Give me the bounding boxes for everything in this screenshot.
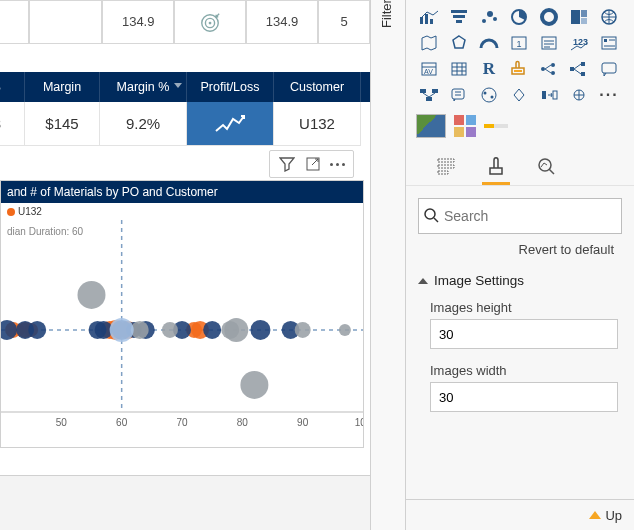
viz-shape-map-icon[interactable] [446,32,472,54]
images-width-input[interactable] [430,382,618,412]
x-tick-label: 60 [116,417,127,428]
more-options-icon[interactable] [330,155,345,173]
sort-desc-icon [174,83,182,88]
svg-rect-86 [432,89,438,93]
svg-point-26 [203,321,221,339]
custom-visuals-row [406,108,634,146]
chart-plot-area[interactable]: dian Duration: 60 5060708090100 [1,220,363,430]
custom-visual-swatch[interactable] [454,115,476,137]
viz-filled-map-icon[interactable] [416,32,442,54]
up-arrow-icon[interactable] [589,511,601,519]
svg-point-35 [295,322,311,338]
viz-treemap-icon[interactable] [566,6,592,28]
table-header[interactable]: Margin [25,72,100,102]
search-input[interactable] [442,200,621,232]
table-visual[interactable]: $ Margin Margin % Profit/Loss Customer 3… [0,72,370,146]
svg-rect-39 [425,14,428,24]
viz-decomposition-icon[interactable] [566,58,592,80]
viz-table-icon[interactable]: AV [416,58,442,80]
scatter-chart-visual[interactable]: and # of Materials by PO and Customer U1… [0,180,364,448]
viz-key-influencers-icon[interactable] [536,58,562,80]
svg-rect-102 [490,168,502,174]
format-tab[interactable] [482,150,510,185]
visualizations-gallery: 1 123 AV R ··· [406,0,634,108]
svg-rect-60 [602,37,616,49]
footer-label: Up [605,508,622,523]
svg-rect-49 [571,10,580,24]
viz-pie-icon[interactable] [506,6,532,28]
fields-tab[interactable] [432,150,460,185]
chart-legend[interactable]: U132 [1,203,363,220]
svg-line-82 [574,64,581,69]
table-header[interactable]: Customer [274,72,361,102]
viz-get-more-icon[interactable]: ··· [596,84,622,106]
viz-gauge-icon[interactable] [476,32,502,54]
viz-funnel-icon[interactable] [446,6,472,28]
viz-py-visual-icon[interactable] [506,58,532,80]
revert-to-default-link[interactable]: Revert to default [406,242,634,269]
svg-point-36 [339,324,351,336]
viz-qna-icon[interactable] [596,58,622,80]
viz-arcgis-icon[interactable] [476,84,502,106]
viz-slicer-icon[interactable] [596,32,622,54]
svg-line-89 [429,93,435,97]
viz-custom1-icon[interactable] [566,84,592,106]
svg-point-19 [28,321,46,339]
viz-paginated-icon[interactable] [446,84,472,106]
table-cell: $145 [25,102,100,146]
viz-matrix-icon[interactable] [446,58,472,80]
viz-powerapps-icon[interactable] [506,84,532,106]
svg-rect-84 [602,63,616,73]
svg-point-45 [487,11,493,17]
viz-multi-card-icon[interactable] [536,32,562,54]
viz-automate-icon[interactable] [536,84,562,106]
viz-narrative-icon[interactable] [416,84,442,106]
svg-rect-50 [581,10,587,17]
svg-point-76 [551,71,555,75]
viz-combo-chart-icon[interactable] [416,6,442,28]
section-image-settings[interactable]: Image Settings [406,269,634,296]
format-search[interactable] [418,198,622,234]
custom-visual-thumb[interactable] [416,114,446,138]
matrix-visual-top[interactable]: 134.9 134.9 5 [0,0,370,44]
x-tick-label: 50 [56,417,67,428]
svg-rect-61 [604,39,607,42]
svg-rect-101 [438,171,448,174]
svg-line-77 [545,65,551,69]
table-header[interactable]: $ [0,72,25,102]
svg-rect-40 [430,19,433,24]
svg-text:AV: AV [424,68,433,75]
svg-line-88 [423,93,429,97]
table-row[interactable]: 3 $145 9.2% U132 [0,102,370,146]
svg-point-95 [491,96,494,99]
filter-icon[interactable] [278,155,296,173]
table-header[interactable]: Profit/Loss [187,72,274,102]
filters-label: Filters [379,0,394,28]
report-canvas[interactable]: 134.9 134.9 5 $ Margin Margin % [0,0,370,530]
analytics-tab[interactable] [532,150,560,185]
svg-point-27 [250,320,270,340]
target-icon [199,12,221,34]
viz-kpi-icon[interactable]: 123 [566,32,592,54]
svg-rect-99 [438,159,454,162]
svg-point-33 [224,318,248,342]
images-height-input[interactable] [430,319,618,349]
viz-scatter-icon[interactable] [476,6,502,28]
filters-pane-collapsed[interactable]: Filters [370,0,406,530]
viz-donut-icon[interactable] [536,6,562,28]
x-tick-label: 100 [355,417,363,428]
matrix-cell: 5 [318,0,370,44]
matrix-cell [29,0,103,44]
svg-point-46 [493,17,497,21]
viz-map-icon[interactable] [596,6,622,28]
svg-point-48 [542,10,556,24]
table-header-label: Margin % [117,80,170,94]
field-label-width: Images width [406,359,634,382]
viz-r-visual-icon[interactable]: R [476,58,502,80]
focus-mode-icon[interactable] [304,155,322,173]
custom-visual-bar[interactable] [484,124,508,128]
svg-rect-90 [452,89,464,99]
table-header[interactable]: Margin % [100,72,187,102]
viz-card-icon[interactable]: 1 [506,32,532,54]
matrix-cell [0,0,29,44]
